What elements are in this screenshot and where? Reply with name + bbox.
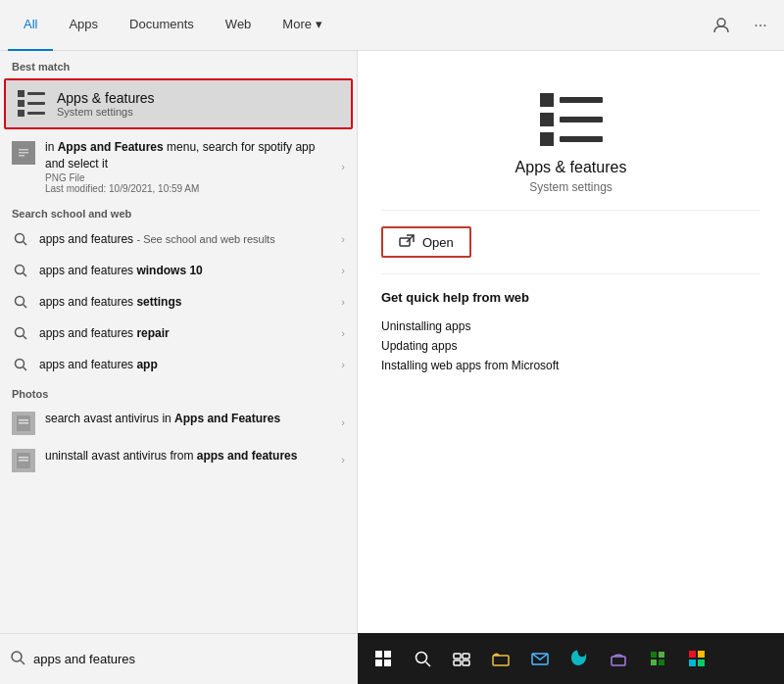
- svg-rect-1: [18, 90, 24, 97]
- best-match-subtitle: System settings: [57, 106, 155, 118]
- app-name: Apps & features: [515, 159, 627, 176]
- search-input[interactable]: [33, 652, 348, 666]
- top-nav: All Apps Documents Web More ▾ ···: [0, 0, 784, 51]
- file-name: in Apps and Features menu, search for sp…: [45, 139, 331, 172]
- svg-rect-31: [560, 117, 603, 122]
- search-icon-0: [12, 230, 29, 248]
- svg-rect-45: [454, 660, 461, 665]
- svg-line-42: [426, 662, 431, 667]
- web-item-text-4: apps and features app: [39, 358, 331, 371]
- svg-rect-51: [659, 652, 664, 658]
- best-match-item[interactable]: Apps & features System settings: [4, 78, 353, 129]
- web-item-2[interactable]: apps and features settings ›: [0, 286, 357, 318]
- help-link-1[interactable]: Updating apps: [381, 336, 760, 356]
- file-type: PNG File: [45, 172, 331, 183]
- apps-features-icon: [16, 88, 47, 120]
- svg-rect-9: [19, 152, 28, 154]
- svg-rect-4: [27, 92, 45, 95]
- taskbar-mail-icon[interactable]: [522, 641, 558, 676]
- search-icon-3: [12, 324, 29, 342]
- photo-chevron-1: ›: [341, 454, 345, 465]
- svg-rect-52: [651, 660, 657, 665]
- open-button[interactable]: Open: [381, 226, 471, 258]
- svg-rect-54: [689, 651, 696, 658]
- taskbar-explorer-icon[interactable]: [483, 641, 518, 676]
- best-match-text: Apps & features System settings: [57, 90, 155, 118]
- file-text: in Apps and Features menu, search for sp…: [45, 139, 331, 194]
- tab-web[interactable]: Web: [210, 0, 268, 51]
- photo-item-1[interactable]: uninstall avast antivirus from apps and …: [0, 441, 357, 478]
- svg-point-35: [12, 652, 22, 661]
- tab-more[interactable]: More ▾: [267, 0, 337, 51]
- svg-point-11: [16, 233, 24, 242]
- svg-rect-55: [698, 651, 705, 658]
- photos-label: Photos: [0, 380, 357, 404]
- svg-rect-22: [19, 419, 28, 421]
- windows-start-icon[interactable]: [366, 641, 401, 676]
- svg-line-14: [24, 272, 27, 276]
- search-icon-1: [12, 262, 29, 279]
- search-icon-2: [12, 293, 29, 311]
- taskbar-xbox-icon[interactable]: [640, 641, 675, 676]
- web-chevron-4: ›: [341, 359, 345, 370]
- svg-rect-29: [540, 132, 554, 146]
- web-item-3[interactable]: apps and features repair ›: [0, 318, 357, 349]
- svg-rect-57: [698, 660, 705, 666]
- svg-rect-28: [540, 113, 554, 126]
- more-options-icon[interactable]: ···: [745, 10, 776, 41]
- tab-apps[interactable]: Apps: [53, 0, 114, 51]
- app-type: System settings: [529, 180, 612, 194]
- file-result-item[interactable]: in Apps and Features menu, search for sp…: [0, 133, 357, 200]
- svg-rect-3: [18, 110, 24, 117]
- search-icon-4: [12, 356, 29, 373]
- svg-rect-47: [493, 656, 509, 665]
- user-icon[interactable]: [706, 10, 737, 41]
- web-item-1[interactable]: apps and features windows 10 ›: [0, 255, 357, 286]
- file-modified: Last modified: 10/9/2021, 10:59 AM: [45, 183, 331, 194]
- svg-line-36: [21, 660, 24, 664]
- left-panel: Best match Apps & features System settin…: [0, 51, 358, 633]
- svg-rect-10: [19, 155, 24, 157]
- open-section: Open: [381, 211, 760, 274]
- svg-rect-25: [19, 457, 28, 459]
- tab-documents[interactable]: Documents: [114, 0, 210, 51]
- app-preview: Apps & features System settings: [381, 71, 760, 211]
- file-icon: [12, 141, 35, 165]
- svg-rect-40: [384, 660, 391, 666]
- best-match-title: Apps & features: [57, 90, 155, 106]
- web-chevron-1: ›: [341, 265, 345, 276]
- photo-text-0: search avast antivirus in Apps and Featu…: [45, 410, 331, 427]
- web-item-text-2: apps and features settings: [39, 295, 331, 309]
- svg-rect-53: [659, 660, 664, 665]
- photo-icon-1: [12, 449, 35, 472]
- search-school-label: Search school and web: [0, 200, 357, 223]
- svg-rect-50: [651, 652, 657, 658]
- quick-help-section: Get quick help from web Uninstalling app…: [381, 274, 760, 375]
- web-item-0[interactable]: apps and features - See school and web r…: [0, 223, 357, 255]
- web-chevron-3: ›: [341, 327, 345, 339]
- web-chevron-0: ›: [341, 233, 345, 245]
- svg-rect-46: [463, 660, 469, 665]
- taskbar-search-icon[interactable]: [405, 641, 440, 676]
- svg-line-20: [24, 366, 27, 370]
- taskbar-tiles-icon[interactable]: [679, 641, 714, 676]
- svg-rect-2: [18, 100, 24, 107]
- taskbar-store-icon[interactable]: [601, 641, 636, 676]
- taskbar-edge-icon[interactable]: [562, 641, 597, 676]
- search-bar-icon: [10, 650, 25, 668]
- web-item-text-0: apps and features - See school and web r…: [39, 232, 331, 246]
- taskbar: [358, 633, 784, 684]
- svg-point-0: [717, 19, 725, 26]
- svg-rect-23: [19, 422, 28, 424]
- svg-rect-44: [463, 654, 469, 659]
- help-link-2[interactable]: Installing web apps from Microsoft: [381, 356, 760, 375]
- photo-icon-0: [12, 412, 35, 435]
- taskbar-taskview-icon[interactable]: [444, 641, 479, 676]
- tab-all[interactable]: All: [8, 0, 53, 51]
- photo-chevron-0: ›: [341, 416, 345, 428]
- photo-item-0[interactable]: search avast antivirus in Apps and Featu…: [0, 404, 357, 441]
- help-link-0[interactable]: Uninstalling apps: [381, 317, 760, 336]
- web-item-4[interactable]: apps and features app ›: [0, 349, 357, 380]
- svg-rect-39: [375, 660, 382, 666]
- main-area: Best match Apps & features System settin…: [0, 51, 784, 633]
